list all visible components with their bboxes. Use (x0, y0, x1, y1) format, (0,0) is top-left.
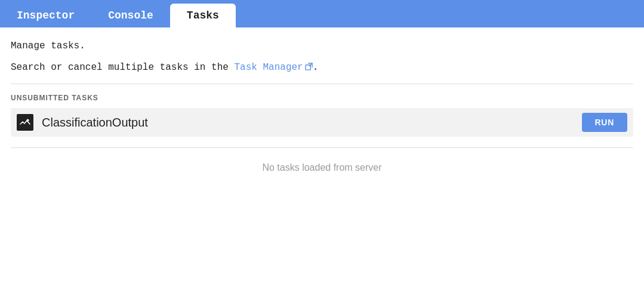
description-line2: Search or cancel multiple tasks in the T… (11, 62, 633, 73)
tab-bar: Inspector Console Tasks (0, 0, 644, 27)
description-line1: Manage tasks. (11, 41, 633, 51)
task-row: ClassificationOutput RUN (11, 108, 633, 137)
svg-point-3 (27, 119, 29, 122)
tab-console[interactable]: Console (91, 4, 170, 27)
tab-inspector[interactable]: Inspector (0, 4, 91, 27)
run-button[interactable]: RUN (582, 113, 627, 132)
task-icon (17, 114, 33, 131)
divider (11, 84, 633, 84)
no-tasks-message: No tasks loaded from server (11, 162, 633, 173)
task-name: ClassificationOutput (42, 116, 582, 130)
section-label: UNSUBMITTED TASKS (11, 94, 633, 102)
divider2 (11, 147, 633, 148)
tab-tasks[interactable]: Tasks (170, 4, 236, 27)
external-link-icon (305, 63, 313, 70)
task-manager-link[interactable]: Task Manager (234, 62, 312, 73)
main-content: Manage tasks. Search or cancel multiple … (0, 27, 644, 184)
